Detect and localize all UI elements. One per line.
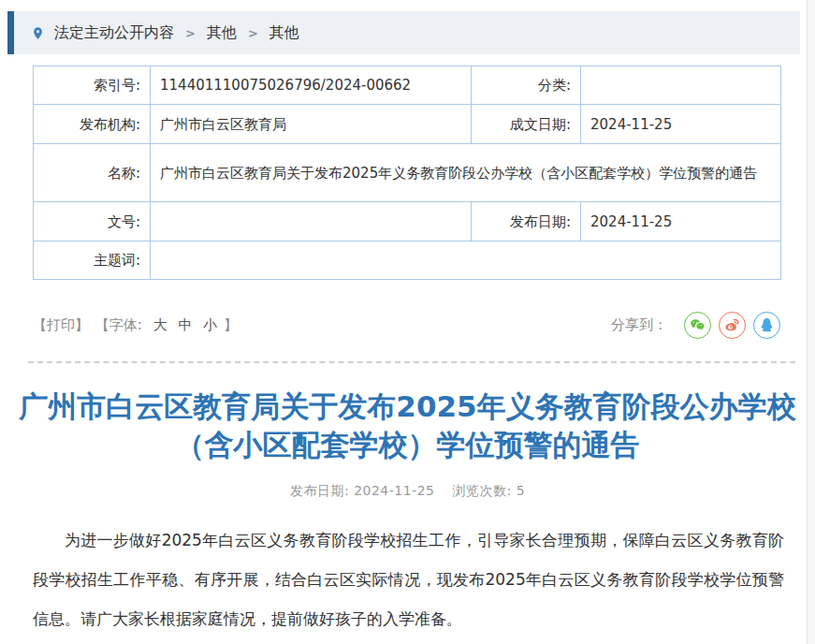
written-date-value: 2024-11-25 (581, 105, 781, 144)
share-wechat-button[interactable] (684, 312, 711, 339)
share-weibo-button[interactable] (719, 312, 746, 339)
dashed-divider (28, 361, 795, 363)
subject-words-value (151, 242, 781, 280)
chevron-right-icon: > (248, 26, 258, 40)
publish-date-value: 2024-11-25 (581, 202, 781, 242)
location-pin-icon (31, 24, 45, 42)
table-row: 名称: 广州市白云区教育局关于发布2025年义务教育阶段公办学校（含小区配套学校… (34, 144, 781, 202)
window-edge-strip (807, 0, 815, 644)
font-size-label-close: 】 (224, 316, 238, 333)
table-row: 索引号: 114401110075026796/2024-00662 分类: (34, 66, 781, 105)
font-size-medium-button[interactable]: 中 (178, 316, 192, 333)
document-number-value (151, 202, 472, 242)
wechat-icon (689, 316, 706, 334)
chevron-right-icon: > (185, 26, 196, 40)
print-font-controls: 【打印】 【字体: 大 中 小 】 (33, 316, 240, 334)
article-paragraph: 为进一步做好2025年白云区义务教育阶段学校招生工作，引导家长合理预期，保障白云… (33, 520, 784, 638)
written-date-label: 成文日期: (472, 105, 581, 144)
publish-date-label: 发布日期: (472, 202, 581, 242)
breadcrumb: 法定主动公开内容 > 其他 > 其他 (7, 11, 800, 54)
subject-words-label: 主题词: (34, 242, 151, 280)
font-size-large-button[interactable]: 大 (153, 316, 167, 333)
article-toolbar: 【打印】 【字体: 大 中 小 】 分享到： (33, 310, 780, 340)
weibo-icon (723, 316, 741, 334)
issuing-agency-value: 广州市白云区教育局 (151, 105, 472, 144)
font-size-small-button[interactable]: 小 (203, 316, 217, 333)
issuing-agency-label: 发布机构: (34, 105, 151, 144)
table-row: 发布机构: 广州市白云区教育局 成文日期: 2024-11-25 (34, 105, 781, 144)
breadcrumb-item-other-1[interactable]: 其他 (207, 23, 237, 43)
qq-icon (758, 316, 776, 334)
font-size-label: 【字体: (95, 316, 142, 333)
index-number-value: 114401110075026796/2024-00662 (151, 66, 472, 105)
document-name-value: 广州市白云区教育局关于发布2025年义务教育阶段公办学校（含小区配套学校）学位预… (151, 144, 781, 202)
share-controls: 分享到： (611, 312, 780, 339)
table-row: 文号: 发布日期: 2024-11-25 (34, 202, 781, 242)
print-button[interactable]: 【打印】 (33, 316, 89, 333)
category-label: 分类: (472, 66, 581, 105)
views-meta-value: 5 (517, 483, 525, 498)
publish-date-meta-value: 2024-11-25 (354, 483, 434, 498)
page-title: 广州市白云区教育局关于发布2025年义务教育阶段公办学校（含小区配套学校）学位预… (15, 388, 800, 464)
document-name-label: 名称: (34, 144, 151, 202)
index-number-label: 索引号: (34, 66, 151, 105)
views-meta-label: 浏览次数: (452, 483, 511, 498)
share-to-label: 分享到： (611, 316, 667, 334)
publish-date-meta-label: 发布日期: (290, 483, 349, 498)
article-body: 为进一步做好2025年白云区义务教育阶段学校招生工作，引导家长合理预期，保障白云… (33, 520, 784, 638)
breadcrumb-item-other-2[interactable]: 其他 (269, 23, 299, 43)
article-meta: 发布日期: 2024-11-25 浏览次数: 5 (0, 483, 815, 500)
category-value (581, 66, 781, 105)
breadcrumb-item-legal-disclosure[interactable]: 法定主动公开内容 (54, 23, 174, 43)
share-qq-button[interactable] (753, 312, 780, 339)
table-row: 主题词: (34, 242, 781, 280)
document-info-table: 索引号: 114401110075026796/2024-00662 分类: 发… (33, 66, 781, 280)
document-number-label: 文号: (34, 202, 151, 242)
